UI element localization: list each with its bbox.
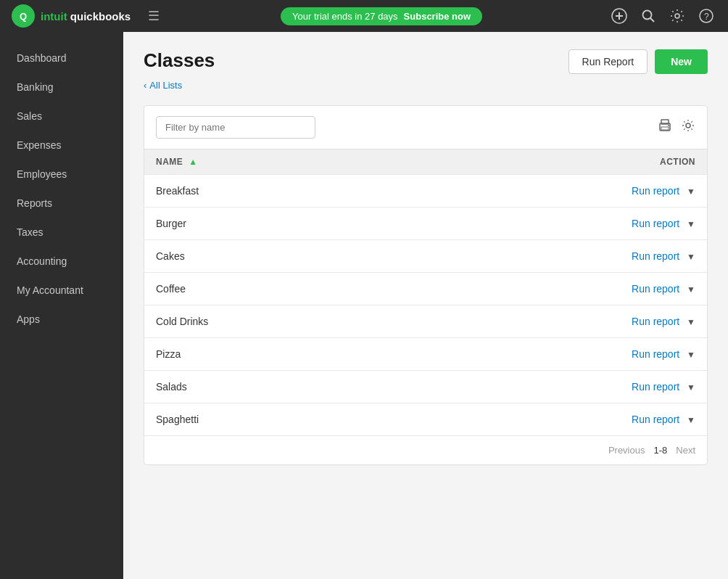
sidebar-item-dashboard[interactable]: Dashboard (0, 44, 123, 73)
page-title-area: Classes (144, 49, 215, 72)
table-row: Breakfast Run report ▼ (144, 175, 707, 208)
svg-rect-12 (661, 127, 669, 130)
pagination: Previous 1-8 Next (144, 435, 707, 464)
row-action-cell: Run report ▼ (406, 305, 707, 338)
table-toolbar-icons (658, 118, 695, 136)
logo-area: Q intuit quickbooks (0, 4, 142, 28)
action-dropdown-arrow[interactable]: ▼ (687, 219, 695, 229)
quickbooks-logo-icon: Q (12, 4, 35, 28)
breadcrumb[interactable]: ‹ All Lists (144, 80, 708, 91)
row-action-cell: Run report ▼ (406, 208, 707, 240)
svg-point-13 (668, 125, 669, 126)
subscribe-now-button[interactable]: Subscribe now (404, 11, 471, 22)
sidebar-item-banking[interactable]: Banking (0, 73, 123, 102)
sidebar-item-employees[interactable]: Employees (0, 160, 123, 189)
run-report-button[interactable]: Run Report (568, 49, 648, 74)
row-name-cell: Cold Drinks (144, 305, 406, 338)
main-content: Classes Run Report New ‹ All Lists (123, 32, 728, 579)
run-report-link[interactable]: Run report (632, 185, 679, 197)
row-action-cell: Run report ▼ (406, 403, 707, 436)
sidebar-item-my-accountant[interactable]: My Accountant (0, 276, 123, 305)
row-name-cell: Coffee (144, 273, 406, 305)
row-action-cell: Run report ▼ (406, 175, 707, 208)
gear-icon[interactable] (664, 3, 690, 29)
table-row: Pizza Run report ▼ (144, 338, 707, 371)
svg-text:Q: Q (20, 11, 27, 22)
row-action-cell: Run report ▼ (406, 273, 707, 305)
add-icon[interactable] (606, 3, 632, 29)
sidebar-item-expenses[interactable]: Expenses (0, 131, 123, 160)
classes-card: NAME ▲ ACTION Breakfast Run report ▼ Bur… (144, 105, 708, 465)
print-icon[interactable] (658, 118, 672, 136)
pagination-range: 1-8 (653, 445, 667, 456)
page-title: Classes (144, 49, 215, 72)
action-dropdown-arrow[interactable]: ▼ (687, 186, 695, 197)
row-action-cell: Run report ▼ (406, 338, 707, 371)
action-column-header: ACTION (406, 149, 707, 175)
run-report-link[interactable]: Run report (632, 381, 679, 393)
action-dropdown-arrow[interactable]: ▼ (687, 350, 695, 360)
svg-point-5 (643, 11, 652, 20)
sidebar-item-reports[interactable]: Reports (0, 189, 123, 218)
pagination-previous[interactable]: Previous (608, 445, 645, 456)
row-name-cell: Burger (144, 208, 406, 240)
page-header: Classes Run Report New (144, 49, 708, 74)
row-name-cell: Spaghetti (144, 403, 406, 436)
topbar-icons: ? (597, 3, 728, 29)
trial-banner: Your trial ends in 27 days Subscribe now (281, 7, 482, 25)
row-action-cell: Run report ▼ (406, 240, 707, 273)
sort-ascending-icon[interactable]: ▲ (189, 157, 197, 167)
hamburger-menu-icon[interactable]: ☰ (142, 8, 165, 24)
action-dropdown-arrow[interactable]: ▼ (687, 284, 695, 295)
table-row: Spaghetti Run report ▼ (144, 403, 707, 436)
run-report-link[interactable]: Run report (632, 283, 679, 295)
action-dropdown-arrow[interactable]: ▼ (687, 317, 695, 327)
trial-banner-area: Your trial ends in 27 days Subscribe now (165, 7, 597, 25)
page-actions: Run Report New (568, 49, 708, 74)
sidebar-item-taxes[interactable]: Taxes (0, 218, 123, 247)
sidebar: Dashboard Banking Sales Expenses Employe… (0, 32, 123, 579)
svg-text:?: ? (704, 12, 709, 22)
pagination-next[interactable]: Next (676, 445, 695, 456)
table-row: Cold Drinks Run report ▼ (144, 305, 707, 338)
table-row: Burger Run report ▼ (144, 208, 707, 240)
table-settings-icon[interactable] (681, 118, 695, 136)
sidebar-item-accounting[interactable]: Accounting (0, 247, 123, 276)
search-icon[interactable] (635, 3, 661, 29)
table-row: Cakes Run report ▼ (144, 240, 707, 273)
action-dropdown-arrow[interactable]: ▼ (687, 382, 695, 393)
sidebar-item-sales[interactable]: Sales (0, 102, 123, 131)
name-column-header: NAME ▲ (144, 149, 406, 175)
action-dropdown-arrow[interactable]: ▼ (687, 415, 695, 425)
table-body: Breakfast Run report ▼ Burger Run report… (144, 175, 707, 436)
row-name-cell: Salads (144, 371, 406, 403)
run-report-link[interactable]: Run report (632, 250, 679, 262)
run-report-link[interactable]: Run report (632, 414, 679, 425)
row-action-cell: Run report ▼ (406, 371, 707, 403)
sidebar-item-apps[interactable]: Apps (0, 305, 123, 334)
run-report-link[interactable]: Run report (632, 218, 679, 229)
logo-text: intuit quickbooks (41, 10, 131, 22)
row-name-cell: Cakes (144, 240, 406, 273)
app-layout: Dashboard Banking Sales Expenses Employe… (0, 32, 728, 579)
table-row: Coffee Run report ▼ (144, 273, 707, 305)
table-row: Salads Run report ▼ (144, 371, 707, 403)
svg-point-7 (675, 14, 679, 18)
run-report-link[interactable]: Run report (632, 316, 679, 327)
svg-line-6 (650, 18, 654, 22)
run-report-link[interactable]: Run report (632, 348, 679, 360)
trial-text: Your trial ends in 27 days (292, 11, 398, 22)
classes-table: NAME ▲ ACTION Breakfast Run report ▼ Bur… (144, 149, 707, 435)
topbar: Q intuit quickbooks ☰ Your trial ends in… (0, 0, 728, 32)
breadcrumb-label[interactable]: All Lists (149, 80, 182, 91)
filter-by-name-input[interactable] (156, 116, 315, 139)
new-button[interactable]: New (655, 49, 708, 74)
table-header: NAME ▲ ACTION (144, 149, 707, 175)
row-name-cell: Breakfast (144, 175, 406, 208)
action-dropdown-arrow[interactable]: ▼ (687, 252, 695, 262)
breadcrumb-arrow-icon: ‹ (144, 80, 146, 91)
help-icon[interactable]: ? (693, 3, 719, 29)
row-name-cell: Pizza (144, 338, 406, 371)
filter-row (144, 106, 707, 149)
svg-point-14 (686, 123, 690, 128)
